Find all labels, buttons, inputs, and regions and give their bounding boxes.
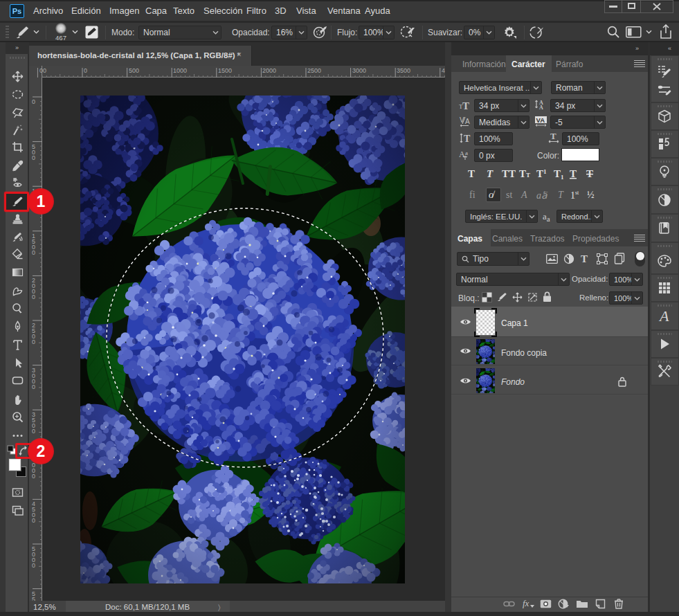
- svg-text:T: T: [570, 168, 577, 179]
- svg-text:a: a: [465, 150, 468, 156]
- svg-text:T1: T1: [536, 168, 547, 179]
- svg-text:A: A: [539, 105, 543, 110]
- svg-text:T1: T1: [554, 168, 564, 180]
- svg-text:VA: VA: [536, 116, 545, 124]
- svg-text:TT: TT: [519, 168, 530, 179]
- svg-text:A: A: [459, 150, 465, 159]
- svg-text:TT: TT: [502, 168, 516, 179]
- svg-text:T: T: [550, 132, 556, 141]
- svg-text:T: T: [464, 134, 471, 144]
- svg-text:T: T: [586, 168, 593, 179]
- svg-text:A: A: [465, 118, 470, 125]
- svg-text:T: T: [468, 168, 475, 179]
- svg-text:T: T: [462, 100, 469, 111]
- svg-text:T: T: [487, 168, 494, 179]
